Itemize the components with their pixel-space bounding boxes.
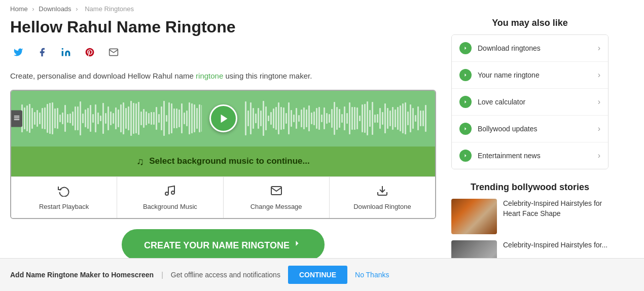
svg-marker-4 [221, 114, 228, 123]
sidebar-link-text-3: Love calculator [478, 98, 525, 106]
message-icon [270, 185, 282, 200]
sidebar-link-icon-3 [459, 96, 472, 108]
facebook-icon[interactable] [34, 44, 50, 60]
sidebar-link-text-1: Download ringtones [478, 44, 541, 52]
breadcrumb-current: Name Ringtones [85, 5, 134, 13]
arrow-icon-4: › [598, 124, 600, 133]
email-icon[interactable] [105, 44, 122, 60]
background-label: Background Music [143, 203, 197, 210]
music-icon [164, 185, 176, 200]
waveform-right [245, 98, 428, 139]
continue-button[interactable]: CONTINUE [288, 266, 347, 284]
trending-title: Trending bollywood stories [451, 182, 609, 193]
breadcrumb-downloads[interactable]: Downloads [39, 5, 71, 13]
linkedin-icon[interactable] [58, 44, 74, 60]
breadcrumb: Home › Downloads › Name Ringtones [0, 0, 644, 18]
pinterest-icon[interactable] [82, 44, 98, 60]
sidebar-link-entertainment[interactable]: Entertainment news › [452, 142, 608, 169]
bottom-bar-sub: Get offline access and notifications [171, 271, 280, 279]
twitter-icon[interactable] [10, 44, 26, 60]
sidebar-link-text-5: Entertainment news [478, 152, 541, 160]
you-may-like-section: You may also like Download ringtones › [451, 18, 609, 169]
breadcrumb-home[interactable]: Home [10, 5, 28, 13]
no-thanks-link[interactable]: No Thanks [355, 271, 389, 279]
sidebar-link-download-ringtones[interactable]: Download ringtones › [452, 35, 608, 62]
you-may-like-title: You may also like [451, 18, 609, 28]
right-sidebar: You may also like Download ringtones › [451, 18, 609, 288]
bottom-bar-cta: Add Name Ringtone Maker to Homescreen [10, 271, 154, 279]
ringtone-maker-link[interactable]: ringtone [196, 71, 223, 80]
waveform-left [19, 98, 202, 139]
social-icons [10, 44, 436, 60]
sidebar-links: Download ringtones › Your name ringtone … [451, 34, 609, 169]
sidebar-tab[interactable] [11, 110, 22, 127]
sidebar-link-icon-1 [459, 42, 472, 54]
create-ringtone-button[interactable]: CREATE YOUR NAME RINGTONE [122, 229, 325, 260]
download-label: Download Ringtone [353, 203, 411, 210]
sidebar-link-name-ringtone[interactable]: Your name ringtone › [452, 62, 608, 89]
background-music-btn[interactable]: Background Music [117, 177, 223, 218]
left-content: Hellow Rahul Name Ringtone Create, perso… [10, 18, 436, 288]
sidebar-link-text-4: Bollywood updates [478, 125, 538, 133]
arrow-icon-1: › [598, 44, 600, 53]
svg-point-5 [165, 192, 168, 195]
sidebar-link-text-2: Your name ringtone [478, 71, 540, 79]
play-button[interactable] [209, 104, 237, 132]
bottom-bar: Add Name Ringtone Maker to Homescreen | … [0, 258, 644, 291]
restart-label: Restart Playback [39, 203, 89, 210]
sidebar-link-love-calculator[interactable]: Love calculator › [452, 89, 608, 116]
download-icon [376, 185, 388, 200]
select-music-text: Select background music to continue... [149, 156, 309, 166]
waveform-area [11, 91, 435, 147]
trending-item-1[interactable]: Celebrity-Inspired Hairstyles for Heart … [451, 199, 609, 234]
trending-text-1: Celebrity-Inspired Hairstyles for Heart … [503, 199, 609, 234]
sidebar-link-icon-5 [459, 150, 472, 162]
arrow-icon-2: › [598, 70, 600, 80]
svg-point-6 [171, 191, 174, 194]
main-layout: Hellow Rahul Name Ringtone Create, perso… [0, 18, 644, 291]
change-label: Change Message [251, 203, 302, 210]
restart-btn[interactable]: Restart Playback [11, 177, 117, 218]
restart-icon [58, 185, 70, 200]
sidebar-link-icon-4 [459, 123, 472, 135]
change-message-btn[interactable]: Change Message [224, 177, 330, 218]
create-btn-label: CREATE YOUR NAME RINGTONE [144, 240, 290, 250]
sidebar-link-icon-2 [459, 69, 472, 81]
arrow-icon-5: › [598, 151, 600, 160]
arrow-icon-3: › [598, 97, 600, 106]
player-container: ♫ Select background music to continue...… [10, 90, 436, 219]
page-title: Hellow Rahul Name Ringtone [10, 18, 436, 37]
trending-thumb-1 [451, 199, 497, 234]
select-music-banner: ♫ Select background music to continue... [11, 147, 435, 176]
svg-point-0 [62, 48, 63, 50]
action-buttons: Restart Playback Background Music Change… [11, 176, 435, 218]
download-btn[interactable]: Download Ringtone [330, 177, 435, 218]
sidebar-link-bollywood[interactable]: Bollywood updates › [452, 116, 608, 142]
description: Create, personalise and download Hellow … [10, 70, 436, 82]
